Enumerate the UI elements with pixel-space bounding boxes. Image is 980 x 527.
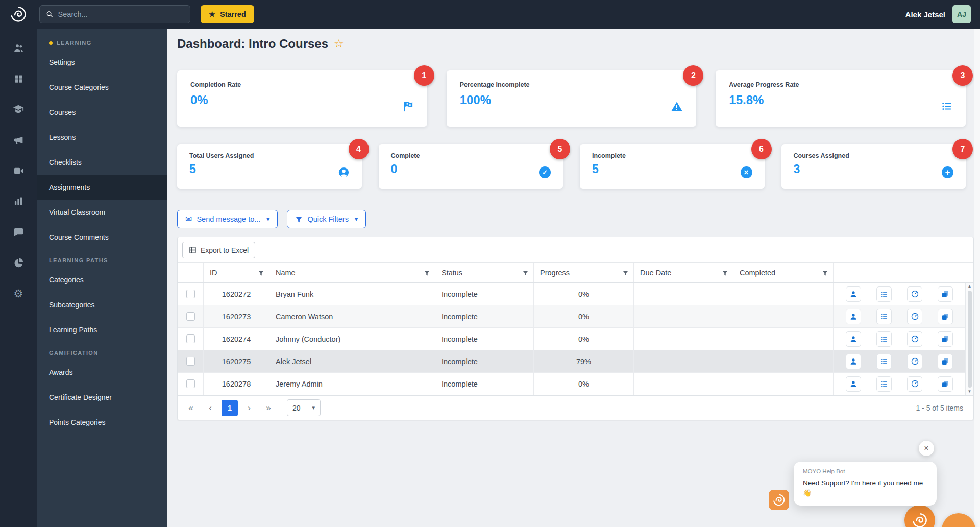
sidebar-item-course-categories[interactable]: Course Categories <box>37 75 167 100</box>
dashboard-button[interactable] <box>907 286 922 302</box>
dashboard-button[interactable] <box>907 331 922 347</box>
filter-icon[interactable] <box>722 270 728 276</box>
help-close-button[interactable]: × <box>919 441 934 456</box>
column-header-due-date[interactable]: Due Date <box>634 263 733 282</box>
table-row[interactable]: 1620272 Bryan Funk Incomplete 0% <box>178 283 965 305</box>
duplicate-button[interactable] <box>938 354 953 369</box>
quick-filters-button[interactable]: Quick Filters ▾ <box>287 210 366 228</box>
page-scrollbar[interactable] <box>974 29 980 527</box>
assigned-user-button[interactable] <box>846 286 861 302</box>
last-page-button[interactable]: » <box>260 400 277 416</box>
assigned-user-button[interactable] <box>846 354 861 369</box>
page-title: Dashboard: Intro Courses <box>177 37 328 51</box>
cell-id: 1620278 <box>204 373 270 395</box>
filter-icon[interactable] <box>258 270 264 276</box>
duplicate-button[interactable] <box>938 376 953 392</box>
duplicate-button[interactable] <box>938 331 953 347</box>
notification-badge: 2 <box>683 65 703 86</box>
checklist-button[interactable] <box>876 354 892 369</box>
sidebar-item-assignments[interactable]: Assignments <box>37 175 167 200</box>
row-checkbox[interactable] <box>186 312 195 321</box>
filter-icon[interactable] <box>822 270 828 276</box>
sidebar-item-virtual-classroom[interactable]: Virtual Classroom <box>37 200 167 225</box>
cell-due-date <box>634 283 733 305</box>
current-page-button[interactable]: 1 <box>222 400 238 416</box>
table-row[interactable]: 1620275 Alek Jetsel Incomplete 79% <box>178 350 965 373</box>
user-avatar[interactable]: AJ <box>952 5 971 23</box>
assigned-user-button[interactable] <box>846 376 861 392</box>
filter-icon[interactable] <box>622 270 629 276</box>
sidebar-item-checklists[interactable]: Checklists <box>37 150 167 175</box>
cell-status: Incomplete <box>435 328 534 350</box>
filter-icon[interactable] <box>424 270 430 276</box>
rail-item-settings[interactable]: ⚙ <box>0 278 37 308</box>
column-header-id[interactable]: ID <box>204 263 270 282</box>
sidebar-item-awards[interactable]: Awards <box>37 360 167 385</box>
scrollbar-thumb[interactable] <box>968 291 972 388</box>
app-logo[interactable] <box>9 5 28 24</box>
column-header-name[interactable]: Name <box>270 263 435 282</box>
sidebar-item-points-categories[interactable]: Points Categories <box>37 410 167 435</box>
sidebar-item-certificate-designer[interactable]: Certificate Designer <box>37 385 167 410</box>
sidebar-item-subcategories[interactable]: Subcategories <box>37 293 167 318</box>
column-header-progress[interactable]: Progress <box>534 263 634 282</box>
rail-item-users[interactable] <box>0 33 37 63</box>
row-checkbox[interactable] <box>186 357 195 366</box>
sidebar-item-settings[interactable]: Settings <box>37 50 167 75</box>
cell-name: Bryan Funk <box>270 283 435 305</box>
sidebar-item-learning-paths[interactable]: Learning Paths <box>37 318 167 343</box>
table-row[interactable]: 1620278 Jeremy Admin Incomplete 0% <box>178 373 965 395</box>
column-header-status[interactable]: Status <box>435 263 534 282</box>
checklist-button[interactable] <box>876 286 892 302</box>
table-row[interactable]: 1620274 Johnny (Conductor) Incomplete 0% <box>178 328 965 350</box>
help-bot-name: MOYO Help Bot <box>803 468 927 474</box>
page-head: Dashboard: Intro Courses ☆ <box>177 37 980 51</box>
previous-page-button[interactable]: ‹ <box>202 400 218 416</box>
assigned-user-button[interactable] <box>846 331 861 347</box>
row-checkbox[interactable] <box>186 290 195 298</box>
sidebar-item-categories[interactable]: Categories <box>37 268 167 293</box>
sidebar-item-course-comments[interactable]: Course Comments <box>37 225 167 250</box>
rail-item-insights[interactable] <box>0 247 37 278</box>
rail-item-media[interactable] <box>0 155 37 186</box>
starred-button[interactable]: ★ Starred <box>201 5 254 23</box>
gauge-icon <box>911 334 919 343</box>
rail-item-reports[interactable] <box>0 186 37 217</box>
rail-item-announcements[interactable] <box>0 125 37 155</box>
rail-item-modules[interactable] <box>0 63 37 94</box>
actions-row: ✉ Send message to... ▾ Quick Filters ▾ <box>177 210 980 228</box>
rail-item-messages[interactable] <box>0 217 37 247</box>
checklist-button[interactable] <box>876 376 892 392</box>
sidebar-item-courses[interactable]: Courses <box>37 100 167 125</box>
table-row[interactable]: 1620273 Cameron Watson Incomplete 0% <box>178 305 965 328</box>
stat-card-incomplete: 6 Incomplete 5 × <box>580 144 765 189</box>
next-page-button[interactable]: › <box>241 400 257 416</box>
scroll-down-icon[interactable]: ▼ <box>968 388 972 395</box>
filter-icon[interactable] <box>522 270 529 276</box>
rail-item-learning[interactable] <box>0 94 37 125</box>
dashboard-button[interactable] <box>907 376 922 392</box>
assigned-user-button[interactable] <box>846 309 861 324</box>
help-bot-avatar[interactable] <box>769 490 789 510</box>
duplicate-button[interactable] <box>938 309 953 324</box>
row-checkbox[interactable] <box>186 379 195 388</box>
dashboard-button[interactable] <box>907 309 922 324</box>
cell-name: Johnny (Conductor) <box>270 328 435 350</box>
checklist-button[interactable] <box>876 309 892 324</box>
send-message-button[interactable]: ✉ Send message to... ▾ <box>177 210 278 228</box>
scroll-up-icon[interactable]: ▲ <box>968 283 972 290</box>
duplicate-button[interactable] <box>938 286 953 302</box>
cell-completed <box>733 283 834 305</box>
export-excel-button[interactable]: Export to Excel <box>182 242 255 258</box>
stat-label: Complete <box>391 152 551 159</box>
page-size-select[interactable]: 20 ▾ <box>287 399 321 416</box>
first-page-button[interactable]: « <box>183 400 199 416</box>
column-header-completed[interactable]: Completed <box>733 263 834 282</box>
row-checkbox[interactable] <box>186 334 195 343</box>
search-input[interactable] <box>58 10 184 18</box>
favorite-star-icon[interactable]: ☆ <box>334 38 344 50</box>
sidebar-item-lessons[interactable]: Lessons <box>37 125 167 150</box>
table-scrollbar[interactable]: ▲ ▼ <box>965 283 973 395</box>
checklist-button[interactable] <box>876 331 892 347</box>
dashboard-button[interactable] <box>907 354 922 369</box>
